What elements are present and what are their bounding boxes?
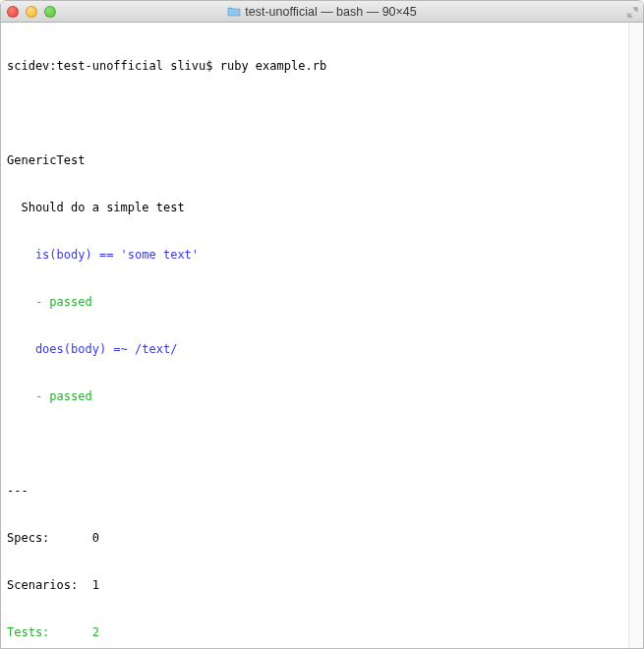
output-is-line: is(body) == 'some text' [7, 247, 621, 263]
terminal-content: scidev:test-unofficial slivu$ ruby examp… [7, 27, 621, 648]
terminal-window: test-unofficial — bash — 90×45 scidev:te… [0, 0, 644, 649]
expand-icon[interactable] [626, 5, 639, 18]
window-title: test-unofficial — bash — 90×45 [1, 5, 643, 19]
prompt-line: scidev:test-unofficial slivu$ ruby examp… [7, 58, 621, 74]
output-should: Should do a simple test [7, 200, 621, 215]
prompt-text: scidev:test-unofficial slivu$ [7, 59, 220, 73]
terminal-body[interactable]: scidev:test-unofficial slivu$ ruby examp… [1, 23, 643, 648]
command-text: ruby example.rb [220, 59, 326, 73]
window-title-text: test-unofficial — bash — 90×45 [245, 5, 417, 19]
specs-label: Specs: [7, 531, 92, 545]
scenarios-label: Scenarios: [7, 578, 92, 592]
specs-value: 0 [92, 531, 99, 545]
output-dashes: --- [7, 483, 621, 499]
tests-value: 2 [92, 625, 99, 639]
output-passed: - passed [7, 388, 621, 404]
traffic-lights [7, 6, 56, 18]
output-header: GenericTest [7, 152, 621, 168]
output-does-line: does(body) =~ /text/ [7, 341, 621, 357]
output-line [7, 105, 621, 121]
close-button[interactable] [7, 6, 19, 18]
maximize-button[interactable] [44, 6, 56, 18]
output-passed: - passed [7, 294, 621, 310]
output-line [7, 436, 621, 451]
titlebar[interactable]: test-unofficial — bash — 90×45 [1, 1, 643, 23]
tests-label: Tests: [7, 625, 92, 639]
output-scenarios: Scenarios: 1 [7, 577, 621, 593]
scenarios-value: 1 [92, 578, 99, 592]
minimize-button[interactable] [26, 6, 37, 18]
output-tests: Tests: 2 [7, 624, 621, 640]
output-specs: Specs: 0 [7, 530, 621, 546]
folder-icon [227, 6, 241, 17]
scrollbar[interactable] [628, 23, 643, 648]
